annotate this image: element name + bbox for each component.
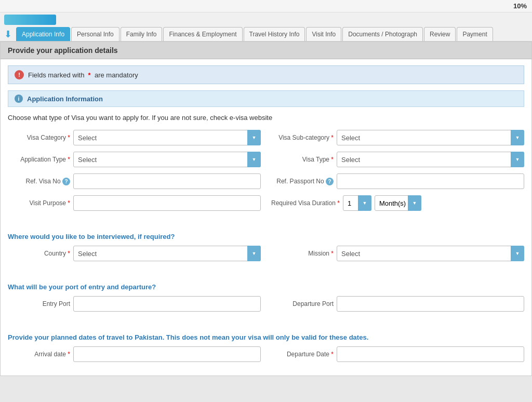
application-type-select-wrapper: Select: [73, 152, 261, 167]
mandatory-notice: ! Fields marked with * are mandatory: [8, 65, 524, 84]
port-form-body: Entry Port Departure Port: [1, 296, 531, 325]
interview-section-label: Where would you like to be interviewed, …: [8, 233, 524, 240]
tab-payment[interactable]: Payment: [457, 27, 493, 41]
form-row-travel-dates: Arrival date * Departure Date *: [8, 346, 524, 362]
tab-visit-info[interactable]: Visit Info: [306, 27, 341, 41]
ref-visa-help-icon[interactable]: ?: [62, 178, 70, 185]
form-row-ref-numbers: Ref. Visa No ? Ref. Passport No ?: [8, 173, 524, 189]
visa-subcategory-label: Visa Sub-category *: [271, 134, 334, 141]
tab-review[interactable]: Review: [424, 27, 456, 41]
visa-category-select-wrapper: Select: [73, 130, 261, 145]
departure-port-group: Departure Port: [271, 296, 524, 312]
departure-port-label: Departure Port: [271, 300, 334, 307]
country-label: Country *: [8, 250, 70, 257]
progress-bar-area: 10%: [0, 0, 532, 12]
progress-text: 10%: [513, 2, 527, 10]
ref-visa-no-group: Ref. Visa No ?: [8, 173, 261, 189]
form-row-country-mission: Country * Select Mission *: [8, 246, 524, 261]
logo: [4, 15, 56, 25]
tab-documents-photograph[interactable]: Documents / Photograph: [342, 27, 423, 41]
form-row-visit-purpose: Visit Purpose * Required Visa Duration *…: [8, 195, 524, 211]
visit-purpose-label: Visit Purpose *: [8, 199, 70, 207]
travel-dates-section-label: Provide your planned dates of travel to …: [8, 333, 524, 341]
warning-icon: !: [15, 70, 24, 79]
entry-port-input[interactable]: [73, 296, 261, 312]
visa-subcategory-select-wrapper: Select: [337, 130, 524, 145]
mission-select-wrapper: Select: [337, 246, 524, 261]
ref-visa-no-input[interactable]: [73, 173, 261, 189]
visit-purpose-group: Visit Purpose *: [8, 195, 261, 211]
travel-dates-form-body: Arrival date * Departure Date *: [1, 346, 531, 376]
visa-type-description: Choose what type of Visa you want to app…: [8, 113, 524, 123]
duration-number-wrapper: 1: [343, 195, 371, 211]
arrival-date-group: Arrival date *: [8, 346, 261, 362]
visa-duration-group: Required Visa Duration * 1 Month(s): [271, 195, 524, 211]
form-row-application-type: Application Type * Select Visa Type *: [8, 152, 524, 167]
visa-type-label: Visa Type *: [271, 156, 334, 163]
visa-duration-label: Required Visa Duration *: [271, 199, 340, 207]
application-type-group: Application Type * Select: [8, 152, 261, 167]
country-select[interactable]: Select: [73, 246, 261, 261]
ref-passport-no-group: Ref. Passport No ?: [271, 173, 524, 189]
country-group: Country * Select: [8, 246, 261, 261]
application-type-select[interactable]: Select: [73, 152, 261, 167]
download-icon: ⬇: [4, 29, 12, 39]
visa-type-group: Visa Type * Select: [271, 152, 524, 167]
duration-unit-select[interactable]: Month(s): [375, 195, 421, 211]
tab-family-info[interactable]: Family Info: [121, 27, 163, 41]
info-icon: i: [15, 95, 23, 103]
visit-purpose-input[interactable]: [73, 195, 261, 211]
tab-application-info[interactable]: Application Info: [16, 27, 70, 41]
visa-type-select-wrapper: Select: [337, 152, 524, 167]
mission-label: Mission *: [271, 250, 334, 257]
departure-date-group: Departure Date *: [271, 346, 524, 362]
duration-controls: 1 Month(s): [343, 195, 421, 211]
ref-passport-no-input[interactable]: [337, 173, 524, 189]
form-row-ports: Entry Port Departure Port: [8, 296, 524, 312]
tab-travel-history-info[interactable]: Travel History Info: [244, 27, 305, 41]
departure-date-input[interactable]: [337, 346, 524, 362]
application-type-label: Application Type *: [8, 156, 70, 163]
visa-category-group: Visa Category * Select: [8, 130, 261, 145]
visa-category-label: Visa Category *: [8, 134, 70, 141]
country-select-wrapper: Select: [73, 246, 261, 261]
main-content: Provide your application details ! Field…: [0, 42, 532, 376]
arrival-date-input[interactable]: [73, 346, 261, 362]
visa-subcategory-group: Visa Sub-category * Select: [271, 130, 524, 145]
entry-port-label: Entry Port: [8, 300, 70, 307]
ref-passport-no-label: Ref. Passport No ?: [271, 178, 334, 185]
ref-passport-help-icon[interactable]: ?: [326, 178, 334, 185]
departure-port-input[interactable]: [337, 296, 524, 312]
entry-port-group: Entry Port: [8, 296, 261, 312]
interview-form-body: Country * Select Mission *: [1, 246, 531, 275]
form-body: Choose what type of Visa you want to app…: [1, 110, 531, 224]
tab-finances-employment[interactable]: Finances & Employment: [163, 27, 242, 41]
duration-unit-wrapper: Month(s): [375, 195, 421, 211]
port-section-label: What will be your port of entry and depa…: [8, 283, 524, 291]
departure-date-label: Departure Date *: [271, 351, 334, 358]
duration-number-select[interactable]: 1: [343, 195, 371, 211]
nav-tabs: Application Info Personal Info Family In…: [16, 27, 493, 41]
form-row-visa-category: Visa Category * Select Visa Sub-category…: [8, 130, 524, 145]
app-info-header: i Application Information: [8, 90, 524, 107]
mission-select[interactable]: Select: [337, 246, 524, 261]
visa-type-select[interactable]: Select: [337, 152, 524, 167]
visa-category-select[interactable]: Select: [73, 130, 261, 145]
tab-personal-info[interactable]: Personal Info: [71, 27, 119, 41]
mandatory-text: Fields marked with * are mandatory: [28, 71, 138, 79]
ref-visa-no-label: Ref. Visa No ?: [8, 178, 70, 185]
arrival-date-label: Arrival date *: [8, 351, 70, 358]
mission-group: Mission * Select: [271, 246, 524, 261]
visa-subcategory-select[interactable]: Select: [337, 130, 524, 145]
section-header: Provide your application details: [1, 42, 531, 59]
